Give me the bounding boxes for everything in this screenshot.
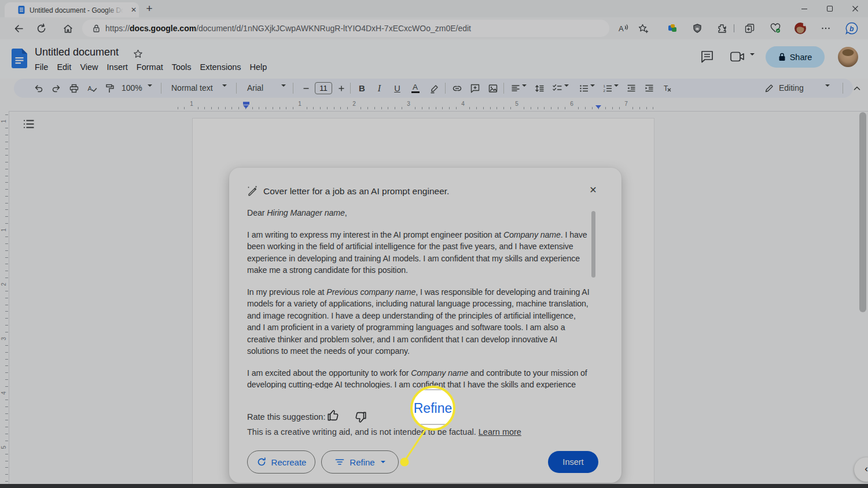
callout-label: Refine — [414, 401, 452, 416]
callout-circle: Refine — [410, 386, 455, 431]
callout-menu-divider-top — [420, 389, 446, 390]
callout-menu-divider-bottom — [417, 424, 448, 425]
